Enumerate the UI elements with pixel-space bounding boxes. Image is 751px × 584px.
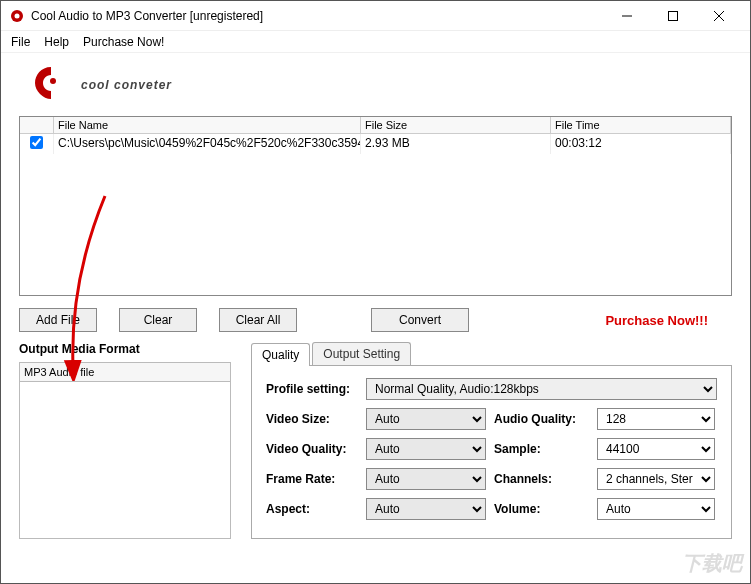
clear-button[interactable]: Clear (119, 308, 197, 332)
purchase-now-link[interactable]: Purchase Now!!! (605, 313, 708, 328)
cell-filesize: 2.93 MB (361, 134, 551, 154)
menu-file[interactable]: File (11, 35, 30, 49)
settings-tabs: Quality Output Setting (251, 342, 732, 366)
titlebar: Cool Audio to MP3 Converter [unregistere… (1, 1, 750, 31)
col-header-filename[interactable]: File Name (54, 117, 361, 133)
row-checkbox[interactable] (30, 136, 43, 149)
menubar: File Help Purchase Now! (1, 31, 750, 53)
channels-label: Channels: (494, 472, 589, 486)
close-button[interactable] (696, 1, 742, 31)
sample-label: Sample: (494, 442, 589, 456)
output-media-format-title: Output Media Format (19, 342, 231, 356)
watermark-text: 下载吧 (682, 550, 742, 577)
volume-select[interactable]: Auto (597, 498, 715, 520)
logo-icon (29, 61, 73, 108)
audio-quality-label: Audio Quality: (494, 412, 589, 426)
frame-rate-select[interactable]: Auto (366, 468, 486, 490)
tab-quality[interactable]: Quality (251, 343, 310, 366)
svg-point-6 (50, 78, 56, 84)
cell-filetime: 00:03:12 (551, 134, 731, 154)
col-header-check[interactable] (20, 117, 54, 133)
logo-text: cool conveter (81, 78, 172, 92)
output-media-format-panel: Output Media Format MP3 Audio file (19, 342, 231, 539)
aspect-select[interactable]: Auto (366, 498, 486, 520)
output-format-list[interactable] (19, 381, 231, 539)
menu-purchase-now[interactable]: Purchase Now! (83, 35, 164, 49)
video-size-label: Video Size: (266, 412, 358, 426)
file-row[interactable]: C:\Users\pc\Music\0459%2F045c%2F520c%2F3… (20, 134, 731, 154)
frame-rate-label: Frame Rate: (266, 472, 358, 486)
profile-setting-select[interactable]: Normal Quality, Audio:128kbps (366, 378, 717, 400)
convert-button[interactable]: Convert (371, 308, 469, 332)
audio-quality-select[interactable]: 128 (597, 408, 715, 430)
svg-point-1 (15, 13, 20, 18)
col-header-filetime[interactable]: File Time (551, 117, 731, 133)
video-quality-select[interactable]: Auto (366, 438, 486, 460)
video-quality-label: Video Quality: (266, 442, 358, 456)
minimize-button[interactable] (604, 1, 650, 31)
clear-all-button[interactable]: Clear All (219, 308, 297, 332)
app-icon (9, 8, 25, 24)
tab-output-setting[interactable]: Output Setting (312, 342, 411, 365)
output-format-selected[interactable]: MP3 Audio file (19, 362, 231, 381)
logo-area: cool conveter (1, 53, 750, 116)
action-buttons: Add File Clear Clear All Convert Purchas… (19, 308, 732, 332)
menu-help[interactable]: Help (44, 35, 69, 49)
settings-panel: Quality Output Setting Profile setting: … (251, 342, 732, 539)
add-file-button[interactable]: Add File (19, 308, 97, 332)
profile-setting-label: Profile setting: (266, 382, 358, 396)
sample-select[interactable]: 44100 (597, 438, 715, 460)
video-size-select[interactable]: Auto (366, 408, 486, 430)
maximize-button[interactable] (650, 1, 696, 31)
volume-label: Volume: (494, 502, 589, 516)
col-header-filesize[interactable]: File Size (361, 117, 551, 133)
cell-filename: C:\Users\pc\Music\0459%2F045c%2F520c%2F3… (54, 134, 361, 154)
svg-rect-3 (669, 11, 678, 20)
channels-select[interactable]: 2 channels, Ster (597, 468, 715, 490)
aspect-label: Aspect: (266, 502, 358, 516)
file-list-header: File Name File Size File Time (20, 117, 731, 134)
file-list: File Name File Size File Time C:\Users\p… (19, 116, 732, 296)
window-title: Cool Audio to MP3 Converter [unregistere… (31, 9, 604, 23)
